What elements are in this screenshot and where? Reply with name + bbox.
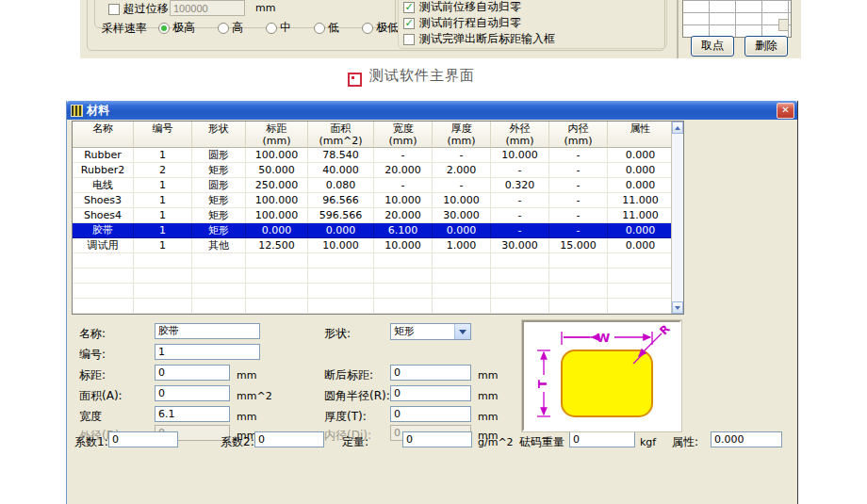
coef2-input[interactable] (254, 431, 324, 447)
table-row[interactable]: Shoes41矩形100.000596.56620.00030.000--11.… (73, 208, 671, 223)
column-header[interactable]: 外径(mm) (491, 122, 549, 148)
main-window-fragment: 超过位移 mm 采样速率 极高高中低极低 ✓测试前位移自动归零✓测试前行程自动归… (80, 0, 801, 58)
radio-icon[interactable] (158, 23, 170, 34)
sampling-radio[interactable]: 高 (218, 20, 243, 36)
sampling-radio[interactable]: 中 (266, 20, 291, 36)
take-point-button[interactable]: 取点 (691, 36, 734, 57)
name-label: 名称: (79, 326, 106, 342)
table-cell: 其他 (192, 238, 246, 253)
chevron-down-icon[interactable] (454, 324, 470, 339)
radio-label: 极低 (376, 20, 399, 36)
overflow-checkbox[interactable]: 超过位移 (108, 1, 169, 17)
table-cell: 1 (134, 193, 192, 208)
width-unit: mm (237, 409, 256, 425)
table-empty-row[interactable] (73, 284, 671, 299)
column-header[interactable]: 标距(mm) (246, 122, 308, 148)
delete-button[interactable]: 删除 (744, 36, 788, 57)
table-cell (491, 299, 549, 314)
name-input[interactable] (155, 323, 260, 339)
shape-select[interactable]: 矩形 (390, 323, 471, 340)
coef1-input[interactable] (108, 431, 178, 447)
table-row[interactable]: 胶带1矩形0.0000.0006.1000.000--0.000 (73, 223, 671, 238)
materials-dialog: 材料 ✕ 名称编号形状标距(mm)面积(mm^2)宽度(mm)厚度(mm)外径(… (66, 101, 798, 504)
break-gauge-input[interactable] (390, 365, 471, 381)
test-options-groupbox (398, 0, 667, 49)
table-empty-row[interactable] (73, 299, 671, 314)
table-cell (308, 253, 374, 268)
table-cell: - (549, 163, 608, 178)
shape-diagram: W T R (524, 322, 679, 430)
sampling-radio[interactable]: 极高 (158, 20, 195, 36)
column-header[interactable]: 内径(mm) (549, 122, 608, 148)
sampling-radio[interactable]: 极低 (362, 20, 399, 36)
table-cell: 矩形 (192, 163, 246, 178)
dialog-titlebar[interactable]: 材料 ✕ (67, 101, 797, 120)
scroll-up-icon[interactable] (672, 122, 683, 134)
corner-radius-input[interactable] (390, 385, 471, 401)
checkbox-icon[interactable] (108, 4, 120, 15)
table-row[interactable]: Rubber22矩形50.00040.00020.0002.000--0.000 (73, 163, 671, 178)
table-cell: Shoes3 (73, 193, 134, 208)
table-cell (134, 253, 192, 268)
column-header[interactable]: 名称 (73, 122, 134, 148)
radio-icon[interactable] (218, 23, 229, 34)
table-cell: 250.000 (246, 178, 308, 193)
table-cell: 96.566 (308, 193, 374, 208)
radio-icon[interactable] (362, 23, 373, 34)
weight-input[interactable] (569, 431, 635, 447)
column-header[interactable]: 编号 (134, 122, 192, 148)
table-cell: - (549, 223, 608, 238)
table-cell: 100.000 (246, 193, 308, 208)
column-header[interactable]: 面积(mm^2) (308, 122, 374, 148)
width-input[interactable] (155, 406, 230, 422)
column-header[interactable]: 属性 (608, 122, 671, 148)
table-cell: 0.000 (308, 223, 374, 238)
weight-unit: kgf (640, 434, 656, 450)
table-cell (246, 268, 308, 284)
table-scrollbar[interactable] (671, 122, 683, 314)
table-row[interactable]: Shoes31矩形100.00096.56610.00010.000--11.0… (73, 193, 671, 208)
area-input[interactable] (155, 385, 230, 401)
scroll-down-icon[interactable] (672, 301, 683, 314)
sampling-radio[interactable]: 低 (314, 20, 339, 36)
table-cell: 1 (134, 238, 192, 253)
overflow-input (170, 0, 245, 16)
attribute-input[interactable] (711, 431, 782, 447)
table-cell: 0.000 (608, 238, 671, 253)
table-row[interactable]: 电线1圆形250.0000.080--0.320-0.000 (73, 178, 671, 193)
table-row[interactable]: 调试用1其他12.50010.00010.0001.00030.00015.00… (73, 238, 671, 253)
table-row[interactable]: Rubber1圆形100.00078.540--10.000-0.000 (73, 148, 671, 163)
radio-icon[interactable] (314, 23, 325, 34)
table-cell (549, 268, 608, 284)
panel-divider (677, 0, 679, 58)
table-cell (491, 284, 549, 299)
table-cell: - (491, 223, 549, 238)
table-cell: 0.000 (608, 223, 671, 238)
column-header[interactable]: 厚度(mm) (433, 122, 491, 148)
table-empty-row[interactable] (73, 253, 671, 268)
points-grid[interactable] (682, 0, 792, 38)
basis-weight-label: 定量: (342, 434, 368, 450)
table-cell: 0.000 (608, 148, 671, 163)
grid-scrollbar-piece[interactable] (778, 19, 789, 31)
column-header[interactable]: 形状 (192, 122, 246, 148)
basis-weight-input[interactable] (402, 431, 472, 447)
table-cell: 圆形 (192, 148, 246, 163)
table-cell (308, 268, 374, 284)
radio-icon[interactable] (266, 23, 277, 34)
corner-radius-unit: mm (478, 388, 498, 404)
table-cell (491, 268, 549, 284)
table-cell: 0.000 (433, 223, 491, 238)
column-header[interactable]: 宽度(mm) (374, 122, 433, 148)
table-cell: 电线 (73, 178, 134, 193)
thickness-input[interactable] (390, 406, 471, 422)
shape-preview: W T R (522, 320, 681, 431)
table-empty-row[interactable] (73, 268, 671, 284)
table-cell: - (549, 193, 608, 208)
shape-value: 矩形 (394, 325, 415, 337)
table-cell (374, 284, 433, 299)
number-input[interactable] (155, 344, 260, 360)
caption: 测试软件主界面 (369, 67, 475, 85)
close-button[interactable]: ✕ (777, 103, 794, 119)
gauge-input[interactable] (155, 365, 230, 381)
